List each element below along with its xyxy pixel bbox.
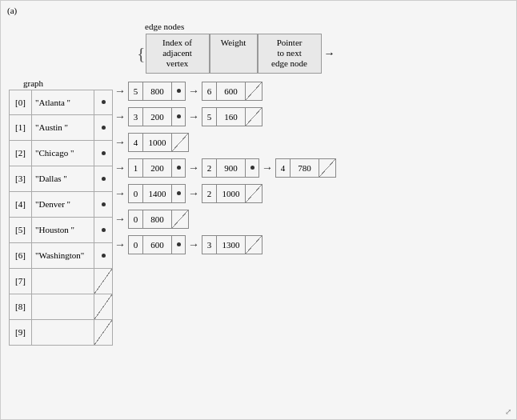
graph-row: [2]"Chicago "	[9, 141, 113, 166]
edge-node-weight: 1300	[217, 236, 246, 254]
pointer-dot	[102, 177, 106, 181]
edge-node-index: 0	[129, 185, 143, 202]
chain-row: →41000	[113, 130, 508, 155]
edge-node-ptr	[172, 236, 185, 254]
edge-node-weight: 1400	[143, 185, 172, 202]
edge-node-weight: 780	[291, 159, 319, 177]
inter-arrow: →	[188, 85, 199, 98]
edge-node: 0800	[128, 210, 189, 229]
pointer-arrow: →	[324, 46, 335, 60]
row-index: [1]	[10, 115, 32, 140]
ptr-dot	[177, 242, 181, 246]
row-index: [2]	[10, 141, 32, 166]
edge-node: 21000	[202, 184, 263, 203]
edge-node: 01400	[128, 184, 186, 203]
edge-node-weight: 1000	[217, 185, 246, 202]
graph-label: graph	[23, 78, 113, 88]
row-pointer-cell	[94, 192, 112, 217]
edge-node-index: 2	[202, 185, 217, 202]
row-index: [6]	[10, 243, 32, 268]
edge-node-weight: 200	[143, 108, 172, 126]
edge-node-weight: 1000	[143, 134, 172, 151]
pointer-dot	[102, 202, 106, 206]
edge-node: 4780	[275, 158, 336, 178]
edge-node-slash	[246, 82, 262, 100]
edge-node: 5160	[202, 107, 263, 126]
row-data: "Houston "	[32, 218, 94, 242]
row-pointer-cell	[94, 294, 112, 319]
edge-node: 31300	[202, 235, 263, 254]
edge-node-index: 0	[129, 236, 143, 254]
edge-node: 3200	[128, 107, 186, 126]
row-data: "Austin "	[32, 115, 94, 140]
graph-row: [1]"Austin "	[9, 115, 113, 141]
chain-row: →1200→2900→4780	[113, 155, 508, 181]
edge-node-index: 5	[202, 108, 217, 126]
edge-node-ptr	[172, 185, 185, 202]
row-index: [5]	[10, 218, 32, 242]
edge-node: 41000	[128, 133, 189, 152]
row-pointer-cell	[94, 90, 112, 114]
inter-arrow: →	[188, 187, 199, 200]
chain-row: →3200→5160	[113, 104, 508, 130]
arrow: →	[114, 187, 126, 200]
pointer-dot	[102, 151, 106, 155]
ptr-dot	[250, 166, 254, 170]
edge-node-slash	[172, 210, 188, 228]
pointer-dot	[102, 254, 106, 258]
header-boxes: Index ofadjacent vertex Weight Pointerto…	[146, 34, 322, 74]
row-data	[32, 320, 94, 345]
edge-node-index: 4	[129, 134, 143, 151]
brace-left: {	[137, 45, 146, 62]
arrow: →	[114, 238, 126, 251]
ptr-dot	[177, 166, 181, 170]
edge-node-index: 2	[202, 159, 217, 177]
edge-node-index: 4	[276, 159, 291, 177]
edge-node: 5800	[128, 82, 186, 101]
edge-node-slash	[246, 236, 262, 254]
row-data	[32, 269, 94, 294]
expand-icon[interactable]: ⤢	[505, 407, 511, 416]
edge-node-weight: 600	[143, 236, 172, 254]
arrow: →	[114, 85, 126, 98]
diagram-container: (a) edge nodes { Index ofadjacent vertex…	[0, 0, 517, 420]
edge-node-weight: 160	[217, 108, 246, 126]
edge-node: 0600	[128, 235, 186, 254]
chain-area: →5800→6600→3200→5160→41000→1200→2900→478…	[113, 78, 508, 346]
row-data	[32, 294, 94, 319]
edge-nodes-label: edge nodes	[145, 22, 508, 31]
header-pointer: Pointerto nextedge node→	[258, 34, 322, 74]
edge-node-ptr	[172, 159, 185, 177]
edge-node-slash	[172, 134, 188, 151]
edge-node-weight: 200	[143, 159, 172, 177]
arrow: →	[114, 110, 126, 123]
row-data: "Denver "	[32, 192, 94, 217]
edge-node: 1200	[128, 158, 186, 178]
row-pointer-cell	[94, 320, 112, 345]
header-weight: Weight	[210, 34, 258, 74]
diagram-label: (a)	[7, 6, 17, 15]
row-pointer-cell	[94, 166, 112, 191]
row-pointer-cell	[94, 141, 112, 166]
row-pointer-cell	[94, 243, 112, 268]
edge-node-slash	[319, 159, 335, 177]
edge-node-ptr	[172, 82, 185, 100]
row-index: [3]	[10, 166, 32, 191]
edge-node: 2900	[202, 158, 259, 178]
row-pointer-cell	[94, 115, 112, 140]
row-data: "Dallas "	[32, 166, 94, 191]
graph-row: [3]"Dallas "	[9, 166, 113, 192]
row-index: [4]	[10, 192, 32, 217]
pointer-dot	[102, 228, 106, 232]
edge-node-index: 1	[129, 159, 143, 177]
pointer-dot	[102, 100, 106, 104]
inter-arrow: →	[188, 238, 199, 251]
edge-node-weight: 600	[217, 82, 246, 100]
arrow: →	[114, 136, 126, 149]
graph-row: [8]	[9, 294, 113, 320]
row-data: "Washington"	[32, 243, 94, 268]
chain-row: →5800→6600	[113, 78, 508, 104]
ptr-dot	[177, 89, 181, 93]
row-data: "Atlanta "	[32, 90, 94, 114]
edge-node-index: 3	[202, 236, 217, 254]
